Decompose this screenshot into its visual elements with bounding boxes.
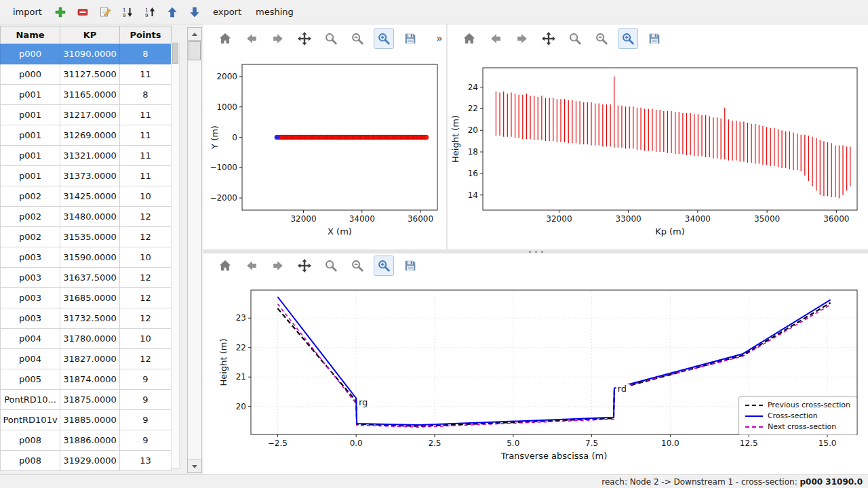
cell-kp[interactable]: 31886.0000 xyxy=(60,430,120,451)
cell-points[interactable]: 9 xyxy=(120,390,172,410)
table-row[interactable]: PontRD101v31885.00009 xyxy=(1,410,172,430)
panel-scrollbar-thumb[interactable] xyxy=(189,41,201,60)
pan-button[interactable] xyxy=(538,28,559,49)
cell-points[interactable]: 12 xyxy=(120,349,172,369)
table-row[interactable]: p00031127.500011 xyxy=(1,64,172,85)
scroll-up-button[interactable] xyxy=(187,27,202,41)
import-menu[interactable]: import xyxy=(9,5,45,19)
cell-name[interactable]: p000 xyxy=(1,44,60,64)
longitudinal-profile-plot[interactable]: 3200033000340003500036000141618202224Kp … xyxy=(448,53,868,249)
move-down-button[interactable] xyxy=(187,5,202,20)
table-row[interactable]: p00831886.00009 xyxy=(1,430,172,451)
table-row[interactable]: PontRD10...31875.00009 xyxy=(1,390,172,410)
table-row[interactable]: p00331590.000010 xyxy=(1,247,172,268)
cell-kp[interactable]: 31685.0000 xyxy=(60,288,120,308)
table-row[interactable]: p00131373.000011 xyxy=(1,166,172,186)
meshing-menu[interactable]: meshing xyxy=(252,5,297,19)
panel-scrollbar[interactable] xyxy=(187,27,202,473)
zoom-rect-button[interactable] xyxy=(374,256,394,276)
table-row[interactable]: p00231425.000010 xyxy=(1,186,172,207)
cell-kp[interactable]: 31885.0000 xyxy=(60,410,120,430)
cell-name[interactable]: p008 xyxy=(1,451,60,471)
sort-descending-button[interactable] xyxy=(120,5,135,20)
table-row[interactable]: p00431827.000012 xyxy=(1,349,172,369)
cell-name[interactable]: p001 xyxy=(1,166,60,186)
cell-points[interactable]: 9 xyxy=(120,430,172,451)
cell-points[interactable]: 10 xyxy=(120,247,172,268)
toolbar-overflow-chevron[interactable]: » xyxy=(436,33,443,44)
cell-kp[interactable]: 31827.0000 xyxy=(60,349,120,369)
cell-name[interactable]: PontRD101v xyxy=(1,410,60,430)
cell-kp[interactable]: 31165.0000 xyxy=(60,85,120,105)
plan-view-plot[interactable]: 320003400036000−2000−1000010002000X (m)Y… xyxy=(203,53,446,249)
zoom-button[interactable] xyxy=(321,256,341,276)
table-row[interactable]: p00431780.000010 xyxy=(1,329,172,349)
cell-kp[interactable]: 31780.0000 xyxy=(60,329,120,349)
forward-button[interactable] xyxy=(268,256,288,276)
zoom-out-button[interactable] xyxy=(347,256,368,276)
cell-points[interactable]: 13 xyxy=(120,451,172,471)
cell-points[interactable]: 12 xyxy=(120,288,172,308)
move-up-button[interactable] xyxy=(165,5,180,20)
table-row[interactable]: p00031090.00008 xyxy=(1,44,172,64)
cell-points[interactable]: 12 xyxy=(120,227,172,247)
back-button[interactable] xyxy=(241,28,262,49)
cell-points[interactable]: 9 xyxy=(120,410,172,430)
back-button[interactable] xyxy=(241,256,262,276)
cell-kp[interactable]: 31929.0000 xyxy=(60,451,120,471)
cell-points[interactable]: 8 xyxy=(120,85,172,105)
cell-kp[interactable]: 31535.0000 xyxy=(60,227,120,247)
cell-kp[interactable]: 31875.0000 xyxy=(60,390,120,410)
zoom-out-button[interactable] xyxy=(347,28,368,49)
table-row[interactable]: p00531874.00009 xyxy=(1,369,172,390)
cell-name[interactable]: p001 xyxy=(1,125,60,146)
export-menu[interactable]: export xyxy=(210,5,245,19)
save-button[interactable] xyxy=(400,256,420,276)
pan-button[interactable] xyxy=(294,256,315,276)
cell-points[interactable]: 12 xyxy=(120,268,172,288)
edit-cross-section-button[interactable] xyxy=(98,5,113,20)
back-button[interactable] xyxy=(486,28,506,49)
remove-cross-section-button[interactable] xyxy=(75,5,90,20)
table-row[interactable]: p00331637.500012 xyxy=(1,268,172,288)
pan-button[interactable] xyxy=(294,28,315,49)
zoom-button[interactable] xyxy=(321,28,341,49)
cell-kp[interactable]: 31373.0000 xyxy=(60,166,120,186)
cell-kp[interactable]: 31217.0000 xyxy=(60,105,120,125)
table-scrollbar[interactable] xyxy=(171,42,180,469)
cell-points[interactable]: 12 xyxy=(120,207,172,227)
cell-points[interactable]: 11 xyxy=(120,125,172,146)
cell-points[interactable]: 8 xyxy=(120,44,172,64)
table-row[interactable]: p00331732.500012 xyxy=(1,308,172,329)
home-button[interactable] xyxy=(215,256,235,276)
cell-points[interactable]: 10 xyxy=(120,186,172,207)
cell-name[interactable]: p001 xyxy=(1,146,60,166)
column-header-points[interactable]: Points xyxy=(120,26,172,44)
cell-name[interactable]: p003 xyxy=(1,308,60,329)
forward-button[interactable] xyxy=(268,28,288,49)
column-header-name[interactable]: Name xyxy=(1,26,60,44)
cell-name[interactable]: p004 xyxy=(1,349,60,369)
cell-points[interactable]: 9 xyxy=(120,369,172,390)
save-button[interactable] xyxy=(644,28,665,49)
zoom-out-button[interactable] xyxy=(591,28,612,49)
cell-name[interactable]: p003 xyxy=(1,288,60,308)
cell-kp[interactable]: 31090.0000 xyxy=(60,44,120,64)
cell-name[interactable]: p003 xyxy=(1,268,60,288)
table-row[interactable]: p00231480.000012 xyxy=(1,207,172,227)
cell-name[interactable]: p002 xyxy=(1,207,60,227)
cell-name[interactable]: p005 xyxy=(1,369,60,390)
column-header-kp[interactable]: KP xyxy=(60,26,120,44)
cell-name[interactable]: p004 xyxy=(1,329,60,349)
forward-button[interactable] xyxy=(512,28,532,49)
cell-name[interactable]: p008 xyxy=(1,430,60,451)
cell-name[interactable]: p002 xyxy=(1,227,60,247)
cell-kp[interactable]: 31637.5000 xyxy=(60,268,120,288)
table-scrollbar-thumb[interactable] xyxy=(172,43,178,64)
cell-kp[interactable]: 31874.0000 xyxy=(60,369,120,390)
cell-kp[interactable]: 31269.0000 xyxy=(60,125,120,146)
table-row[interactable]: p00131321.000011 xyxy=(1,146,172,166)
cell-points[interactable]: 11 xyxy=(120,64,172,85)
cell-points[interactable]: 11 xyxy=(120,166,172,186)
scroll-down-button[interactable] xyxy=(187,460,202,473)
